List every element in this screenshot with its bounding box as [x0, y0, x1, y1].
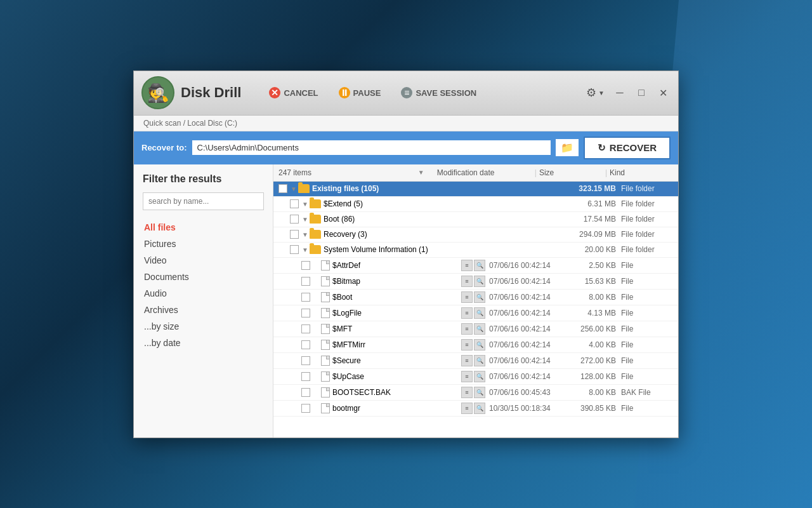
preview-icon[interactable]: ≡ [461, 403, 473, 414]
table-row[interactable]: ▼$Extend (5)6.31 MBFile folder [273, 197, 678, 212]
table-row[interactable]: ▼Boot (86)17.54 MBFile folder [273, 212, 678, 227]
sidebar-filter-bysize[interactable]: ...by size [143, 318, 264, 335]
row-size: 294.09 MB [565, 230, 616, 239]
search-icon[interactable]: 🔍 [474, 339, 485, 351]
sidebar-filter-video[interactable]: Video [143, 252, 264, 269]
save-session-button[interactable]: ≡ SAVE SESSION [392, 82, 485, 104]
expand-icon[interactable]: ▼ [301, 199, 310, 208]
row-actions: ≡🔍 [461, 339, 485, 351]
cancel-button[interactable]: ✕ CANCEL [260, 82, 327, 104]
expand-icon[interactable]: ▼ [301, 245, 310, 254]
row-checkbox[interactable] [301, 261, 310, 270]
row-checkbox[interactable] [301, 356, 310, 365]
row-checkbox[interactable] [290, 215, 299, 224]
search-icon[interactable]: 🔍 [474, 276, 485, 287]
search-icon[interactable]: 🔍 [474, 323, 485, 335]
row-checkbox[interactable] [301, 309, 310, 318]
col-size[interactable]: Size [539, 168, 603, 177]
search-icon[interactable]: 🔍 [474, 403, 485, 414]
table-row[interactable]: $Bitmap≡🔍07/06/16 00:42:1415.63 KBFile [273, 274, 678, 290]
row-kind: File [616, 372, 673, 381]
row-kind: File [616, 340, 673, 349]
search-icon[interactable]: 🔍 [474, 371, 485, 382]
recover-path-input[interactable] [192, 140, 551, 155]
expand-icon[interactable]: ▼ [301, 230, 310, 239]
table-row[interactable]: $MFTMirr≡🔍07/06/16 00:42:144.00 KBFile [273, 337, 678, 353]
row-checkbox[interactable] [278, 184, 287, 193]
table-row[interactable]: BOOTSECT.BAK≡🔍07/06/16 00:45:438.00 KBBA… [273, 385, 678, 401]
row-checkbox[interactable] [301, 372, 310, 381]
col-kind[interactable]: Kind [610, 168, 673, 177]
table-row[interactable]: $Boot≡🔍07/06/16 00:42:148.00 KBFile [273, 290, 678, 305]
minimize-button[interactable]: ─ [610, 83, 630, 103]
table-row[interactable]: $MFT≡🔍07/06/16 00:42:14256.00 KBFile [273, 321, 678, 337]
sidebar-filter-allfiles[interactable]: All files [143, 219, 264, 236]
search-icon[interactable]: 🔍 [474, 387, 485, 398]
file-icon [321, 387, 330, 398]
file-icon [321, 324, 330, 334]
browse-folder-button[interactable]: 📁 [556, 139, 579, 156]
preview-icon[interactable]: ≡ [461, 355, 473, 366]
sidebar-filter-archives[interactable]: Archives [143, 302, 264, 318]
row-actions: ≡🔍 [461, 307, 485, 319]
table-row[interactable]: $UpCase≡🔍07/06/16 00:42:14128.00 KBFile [273, 369, 678, 385]
save-icon: ≡ [401, 87, 412, 98]
row-name: Existing files (105) [312, 184, 489, 193]
recover-to-label: Recover to: [141, 143, 187, 152]
sidebar-filter-pictures[interactable]: Pictures [143, 236, 264, 252]
row-checkbox[interactable] [301, 277, 310, 286]
search-icon[interactable]: 🔍 [474, 355, 485, 366]
preview-icon[interactable]: ≡ [461, 260, 473, 271]
preview-icon[interactable]: ≡ [461, 323, 473, 335]
sidebar-filter-audio[interactable]: Audio [143, 285, 264, 302]
preview-icon[interactable]: ≡ [461, 291, 473, 303]
expand-icon[interactable]: ▼ [301, 215, 310, 224]
preview-icon[interactable]: ≡ [461, 387, 473, 398]
row-checkbox[interactable] [301, 340, 310, 349]
table-row[interactable]: bootmgr≡🔍10/30/15 00:18:34390.85 KBFile [273, 401, 678, 417]
preview-icon[interactable]: ≡ [461, 339, 473, 351]
row-actions: ≡🔍 [461, 355, 485, 366]
close-button[interactable]: ✕ [653, 83, 673, 103]
settings-button[interactable]: ⚙ ▼ [581, 82, 610, 104]
expand-icon[interactable]: ▼ [289, 184, 298, 193]
sidebar-filter-documents[interactable]: Documents [143, 269, 264, 285]
file-icon [321, 340, 330, 350]
pause-button[interactable]: ⏸ PAUSE [330, 82, 390, 104]
table-row[interactable]: ▼System Volume Information (1)20.00 KBFi… [273, 243, 678, 258]
recover-label-text: RECOVER [610, 142, 657, 153]
row-checkbox[interactable] [290, 245, 299, 254]
recover-button[interactable]: ↻ RECOVER [584, 137, 671, 159]
row-checkbox[interactable] [301, 293, 310, 302]
row-date: 07/06/16 00:45:43 [489, 388, 565, 397]
row-kind: File folder [616, 230, 673, 239]
search-icon[interactable]: 🔍 [474, 307, 485, 319]
table-row[interactable]: ▼Recovery (3)294.09 MBFile folder [273, 227, 678, 243]
sidebar: Filter the results All filesPicturesVide… [134, 164, 273, 438]
row-checkbox[interactable] [301, 404, 310, 413]
preview-icon[interactable]: ≡ [461, 371, 473, 382]
cancel-icon: ✕ [269, 87, 280, 98]
table-row[interactable]: $Secure≡🔍07/06/16 00:42:14272.00 KBFile [273, 353, 678, 369]
app-title: Disk Drill [181, 84, 241, 101]
expand-icon [312, 324, 321, 333]
search-icon[interactable]: 🔍 [474, 291, 485, 303]
table-row[interactable]: $LogFile≡🔍07/06/16 00:42:144.13 MBFile [273, 305, 678, 321]
maximize-button[interactable]: □ [631, 83, 652, 103]
table-row[interactable]: ▼Existing files (105)323.15 MBFile folde… [273, 182, 678, 197]
search-input[interactable] [143, 192, 264, 210]
sidebar-filter-bydate[interactable]: ...by date [143, 335, 264, 351]
preview-icon[interactable]: ≡ [461, 307, 473, 319]
row-checkbox[interactable] [301, 388, 310, 397]
row-checkbox[interactable] [301, 324, 310, 333]
table-row[interactable]: $AttrDef≡🔍07/06/16 00:42:142.50 KBFile [273, 258, 678, 274]
preview-icon[interactable]: ≡ [461, 276, 473, 287]
search-icon[interactable]: 🔍 [474, 260, 485, 271]
file-icon [321, 356, 330, 366]
col-modification-date[interactable]: Modification date [437, 168, 532, 177]
row-checkbox[interactable] [290, 230, 299, 239]
row-checkbox[interactable] [290, 199, 299, 208]
row-name: Recovery (3) [324, 230, 489, 239]
filter-list: All filesPicturesVideoDocumentsAudioArch… [143, 219, 264, 351]
file-list: ▼Existing files (105)323.15 MBFile folde… [273, 182, 678, 438]
